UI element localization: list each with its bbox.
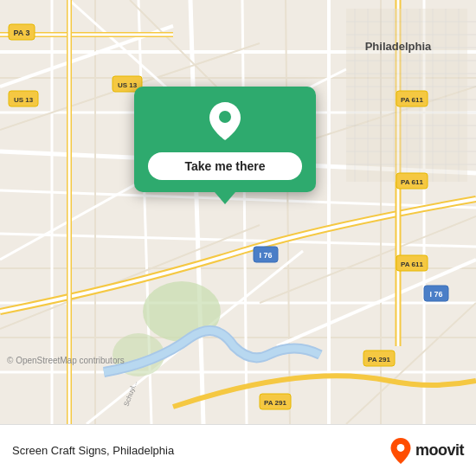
moovit-logo[interactable]: moovit <box>389 438 464 464</box>
svg-text:I 76: I 76 <box>429 290 442 299</box>
svg-point-84 <box>219 111 231 123</box>
svg-text:PA 291: PA 291 <box>368 356 390 363</box>
svg-text:PA 3: PA 3 <box>13 29 29 37</box>
moovit-pin-icon <box>389 438 412 464</box>
map-container: PA 3 US 13 US 13 I 76 PA 611 PA 611 PA 6… <box>0 0 476 424</box>
svg-text:US 13: US 13 <box>118 81 138 89</box>
svg-text:Philadelphia: Philadelphia <box>365 40 432 53</box>
svg-text:I 76: I 76 <box>259 251 272 260</box>
bottom-bar: Screen Craft Signs, Philadelphia moovit <box>0 424 476 476</box>
location-name: Screen Craft Signs, Philadelphia <box>12 444 174 457</box>
map-attribution: © OpenStreetMap contributors <box>7 356 125 365</box>
take-me-there-button[interactable]: Take me there <box>148 152 302 180</box>
moovit-text-label: moovit <box>415 441 464 460</box>
svg-text:PA 611: PA 611 <box>401 96 423 104</box>
location-pin-icon <box>209 102 241 144</box>
svg-text:PA 291: PA 291 <box>264 399 286 407</box>
popup-card: Take me there <box>134 87 316 192</box>
svg-text:PA 611: PA 611 <box>401 178 423 186</box>
location-info: Screen Craft Signs, Philadelphia <box>12 444 174 457</box>
svg-text:PA 611: PA 611 <box>401 261 423 268</box>
svg-text:US 13: US 13 <box>14 96 34 104</box>
svg-point-85 <box>397 444 405 452</box>
popup-tail <box>215 192 235 204</box>
